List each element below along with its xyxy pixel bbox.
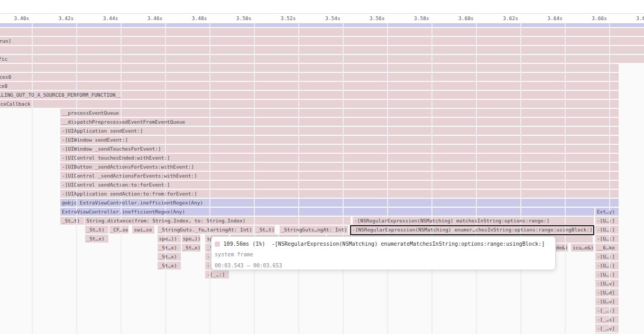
flame-frame[interactable] bbox=[595, 298, 619, 305]
flame-frame[interactable] bbox=[85, 235, 108, 243]
time-gridline bbox=[121, 23, 122, 334]
flame-frame[interactable] bbox=[595, 244, 619, 252]
tooltip-duration: 109.56ms (1%) bbox=[224, 241, 265, 247]
flame-frame[interactable] bbox=[595, 280, 619, 287]
flame-frame[interactable] bbox=[132, 226, 154, 234]
flame-frame[interactable] bbox=[60, 208, 594, 216]
flame-frame[interactable] bbox=[85, 217, 351, 225]
flame-frame[interactable] bbox=[0, 28, 644, 36]
flame-frame[interactable] bbox=[60, 109, 619, 117]
tooltip-time-range: 00:03.543 — 00:03.653 bbox=[215, 262, 282, 269]
ruler-tick-label: 3.40s bbox=[14, 15, 30, 21]
flame-frame[interactable] bbox=[60, 163, 619, 171]
flame-frame[interactable] bbox=[60, 199, 619, 207]
time-gridline bbox=[431, 23, 433, 334]
flame-frame[interactable] bbox=[0, 91, 619, 99]
time-ruler[interactable]: 3.40s3.42s3.44s3.46s3.48s3.50s3.52s3.54s… bbox=[0, 0, 644, 23]
flame-frame[interactable] bbox=[60, 154, 619, 162]
flame-frame[interactable] bbox=[158, 253, 181, 261]
flame-frame[interactable] bbox=[60, 136, 619, 144]
time-gridline bbox=[387, 23, 388, 334]
flame-chart: UIApplicationMain-[UIApplication _run]GS… bbox=[0, 0, 644, 334]
flame-frame[interactable] bbox=[555, 244, 568, 252]
time-gridline bbox=[32, 23, 33, 334]
ruler-tick-label: 3.68s bbox=[636, 15, 644, 21]
flame-frame[interactable] bbox=[595, 307, 619, 314]
ruler-tick-label: 3.54s bbox=[325, 15, 341, 21]
time-ruler-border bbox=[0, 13, 644, 14]
flame-frame[interactable] bbox=[60, 181, 619, 189]
time-gridline bbox=[476, 23, 477, 334]
ruler-tick-label: 3.46s bbox=[148, 15, 163, 21]
flame-frame[interactable] bbox=[60, 217, 84, 225]
time-gridline bbox=[609, 23, 610, 334]
flame-frame[interactable] bbox=[595, 235, 619, 243]
frame-color-swatch-icon bbox=[215, 242, 220, 247]
flame-frame[interactable] bbox=[85, 226, 108, 234]
ruler-tick-label: 3.48s bbox=[192, 15, 207, 21]
ruler-tick-label: 3.50s bbox=[236, 15, 252, 21]
flame-frame[interactable] bbox=[0, 73, 619, 81]
flame-frame[interactable] bbox=[60, 190, 619, 198]
tooltip-title: 109.56ms (1%) -[NSRegularExpression(NSMa… bbox=[224, 240, 545, 247]
flame-frame[interactable] bbox=[280, 226, 348, 234]
flame-frame[interactable] bbox=[0, 23, 644, 27]
time-gridline bbox=[298, 23, 299, 334]
ruler-tick-label: 3.44s bbox=[103, 15, 118, 21]
flame-frame[interactable] bbox=[0, 37, 644, 45]
tooltip-title-gap bbox=[265, 241, 272, 247]
flame-frame[interactable] bbox=[158, 244, 181, 252]
ruler-tick-label: 3.64s bbox=[547, 15, 563, 21]
time-gridline bbox=[76, 23, 77, 334]
flame-frame[interactable] bbox=[0, 82, 619, 90]
ruler-tick-label: 3.58s bbox=[414, 15, 429, 21]
ruler-tick-label: 3.56s bbox=[370, 15, 385, 21]
flame-frame[interactable] bbox=[595, 208, 619, 216]
flame-frame[interactable] bbox=[60, 172, 619, 180]
flame-frame[interactable] bbox=[255, 226, 275, 234]
flame-frame[interactable] bbox=[595, 316, 619, 323]
flame-frame[interactable] bbox=[182, 244, 200, 252]
flame-frame[interactable] bbox=[182, 235, 200, 243]
time-gridline bbox=[343, 23, 344, 334]
time-gridline bbox=[565, 23, 566, 334]
flame-frame[interactable] bbox=[60, 127, 619, 135]
selected-frame-outline[interactable] bbox=[350, 225, 595, 236]
flame-frame[interactable] bbox=[595, 217, 619, 225]
flame-frame[interactable] bbox=[0, 55, 644, 63]
frame-tooltip: 109.56ms (1%) -[NSRegularExpression(NSMa… bbox=[211, 236, 556, 271]
time-gridline bbox=[520, 23, 521, 334]
flame-frame[interactable] bbox=[60, 145, 619, 153]
time-gridline bbox=[254, 23, 255, 334]
flame-frame[interactable] bbox=[0, 64, 619, 72]
flame-frame[interactable] bbox=[109, 226, 128, 234]
flame-frame[interactable] bbox=[353, 217, 594, 225]
tooltip-frame-kind: system frame bbox=[215, 251, 253, 258]
flame-frame[interactable] bbox=[0, 46, 644, 54]
flame-frame[interactable] bbox=[0, 100, 619, 108]
flame-frame[interactable] bbox=[571, 244, 594, 252]
ruler-tick-label: 3.62s bbox=[503, 15, 518, 21]
flame-frame[interactable] bbox=[158, 226, 253, 234]
ruler-tick-label: 3.66s bbox=[592, 15, 607, 21]
flame-frame[interactable] bbox=[595, 226, 619, 234]
ruler-tick-label: 3.60s bbox=[458, 15, 474, 21]
flame-frame[interactable] bbox=[158, 262, 181, 270]
flame-frame[interactable] bbox=[60, 118, 619, 126]
flame-frame[interactable] bbox=[158, 235, 181, 243]
time-gridline bbox=[165, 23, 166, 334]
flame-frame[interactable] bbox=[595, 289, 619, 296]
flame-frame[interactable] bbox=[595, 262, 619, 270]
tooltip-frame-name: -[NSRegularExpression(NSMatching) enumer… bbox=[272, 241, 545, 247]
flame-frame[interactable] bbox=[595, 253, 619, 261]
flame-frame[interactable] bbox=[595, 324, 619, 332]
ruler-tick-label: 3.42s bbox=[59, 15, 74, 21]
flame-frame[interactable] bbox=[595, 271, 619, 279]
ruler-tick-label: 3.52s bbox=[281, 15, 296, 21]
time-gridline bbox=[209, 23, 210, 334]
